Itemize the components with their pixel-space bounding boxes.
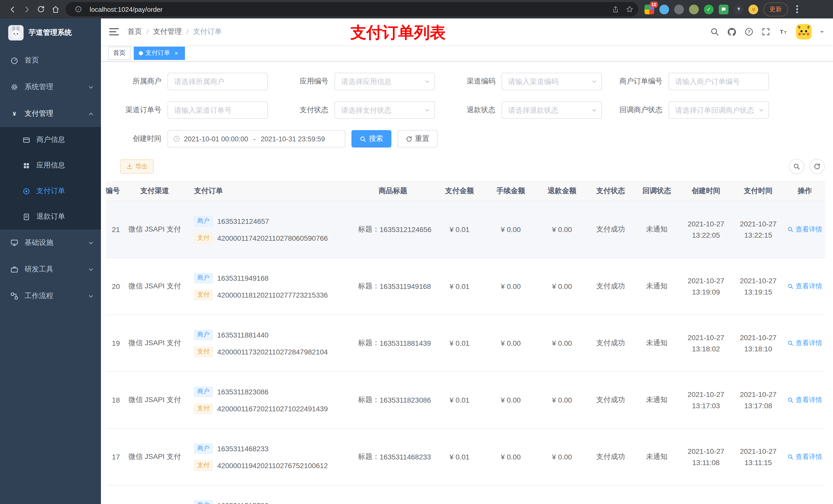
merchant-order-no-input[interactable] xyxy=(669,73,768,90)
app-no-select[interactable] xyxy=(335,73,434,90)
extension-icon-blue[interactable] xyxy=(659,4,669,14)
table-row[interactable]: 18 微信 JSAPI 支付 商户 1635311823086 支付 42000… xyxy=(106,372,825,429)
sidebar-item-app-info[interactable]: 应用信息 xyxy=(0,153,101,178)
pay-amount: ¥ 0.01 xyxy=(434,429,485,485)
browser-update-button[interactable]: 更新 xyxy=(763,2,788,16)
refund-amount: ¥ 0.00 xyxy=(537,201,588,258)
pay-order-table: 编号 支付渠道 支付订单 商品标题 支付金额 手续金额 退款金额 支付状态 回调… xyxy=(106,181,825,504)
toggle-search-button[interactable] xyxy=(789,159,804,174)
view-detail-link[interactable]: 查看详情 xyxy=(787,282,822,291)
table-row[interactable]: 19 微信 JSAPI 支付 商户 1635311881440 支付 42000… xyxy=(106,315,825,372)
sidebar-item-devtools[interactable]: 研发工具 xyxy=(0,256,101,283)
export-button[interactable]: 导出 xyxy=(120,159,154,174)
search-button[interactable]: 搜索 xyxy=(352,130,391,147)
notify-status-select[interactable] xyxy=(669,102,768,118)
yen-icon: ¥ xyxy=(10,110,19,118)
tab-home[interactable]: 首页 xyxy=(108,46,130,60)
extension-icon-chat[interactable] xyxy=(719,4,729,14)
pay-status: 支付成功 xyxy=(588,258,634,314)
breadcrumb-current: 支付订单 xyxy=(193,27,222,37)
pay-order-numbers: 商户 1635312124657 支付 42000011742021102780… xyxy=(188,201,352,258)
pay-tag: 支付 xyxy=(194,346,213,357)
table-row[interactable]: 21 微信 JSAPI 支付 商户 1635312124657 支付 42000… xyxy=(106,201,825,258)
notify-status-label: 回调商户状态 xyxy=(608,105,669,115)
page-content: 所属商户 应用编号 渠道编码 xyxy=(101,62,833,504)
view-detail-link[interactable]: 查看详情 xyxy=(787,395,822,405)
chevron-down-icon xyxy=(88,84,94,90)
app-logo-row[interactable]: 芋道管理系统 xyxy=(0,19,101,47)
extension-icon-olive[interactable] xyxy=(689,4,699,14)
breadcrumb-payment[interactable]: 支付管理 xyxy=(153,27,182,37)
bookmark-star-icon[interactable] xyxy=(623,3,636,16)
search-icon xyxy=(360,136,366,142)
pay-amount xyxy=(434,485,485,504)
sidebar-item-infra[interactable]: 基础设施 xyxy=(0,230,101,256)
back-icon[interactable] xyxy=(5,2,20,16)
sidebar-toggle-icon[interactable] xyxy=(109,28,119,35)
merchant-select[interactable] xyxy=(168,73,267,90)
notify-status: 未通知 xyxy=(634,201,680,258)
sidebar-item-refund-order[interactable]: 退款订单 xyxy=(0,204,101,230)
site-info-icon[interactable] xyxy=(72,3,85,16)
share-icon[interactable] xyxy=(609,3,622,16)
dashboard-icon xyxy=(10,56,19,65)
channel-order-no-input[interactable] xyxy=(168,102,267,118)
font-size-icon[interactable]: TT xyxy=(778,27,788,37)
sidebar-item-payment[interactable]: ¥ 支付管理 xyxy=(0,100,101,127)
fullscreen-icon[interactable] xyxy=(761,27,770,37)
view-detail-link[interactable]: 查看详情 xyxy=(787,339,822,348)
user-avatar[interactable] xyxy=(796,24,811,40)
refund-status-label: 退款状态 xyxy=(441,105,502,115)
sidebar-item-system[interactable]: 系统管理 xyxy=(0,74,101,100)
browser-menu-icon[interactable] xyxy=(796,5,798,13)
pay-status-select[interactable] xyxy=(335,102,434,118)
channel-code-input[interactable] xyxy=(502,73,601,90)
sidebar-item-pay-order[interactable]: 支付订单 xyxy=(0,178,101,204)
goods-title: 标题：1635311468233 xyxy=(352,429,434,485)
app-title: 芋道管理系统 xyxy=(29,28,72,38)
address-bar[interactable]: localhost:1024/pay/order xyxy=(66,2,638,16)
header-search-icon[interactable] xyxy=(710,27,719,37)
table-row[interactable]: 16 微信 JSAPI 支付 商户 1635311515786 支付 xyxy=(106,485,825,504)
breadcrumb-home[interactable]: 首页 xyxy=(127,27,142,37)
extension-icon-face[interactable] xyxy=(748,4,758,14)
reset-button[interactable]: 重置 xyxy=(398,130,437,147)
user-menu-caret-icon[interactable] xyxy=(819,29,825,34)
date-range-picker[interactable]: 2021-10-01 00:00:00 - 2021-10-31 23:59:5… xyxy=(168,130,345,147)
github-icon[interactable] xyxy=(727,27,737,37)
table-header: 编号 支付渠道 支付订单 商品标题 支付金额 手续金额 退款金额 支付状态 回调… xyxy=(106,181,825,201)
chevron-down-icon xyxy=(758,107,764,113)
extension-icon-check[interactable]: ✓ xyxy=(704,4,714,14)
view-detail-link[interactable]: 查看详情 xyxy=(787,452,822,461)
extension-icon-grid[interactable]: 10 xyxy=(644,4,654,14)
extension-badge: 10 xyxy=(650,1,658,8)
search-icon xyxy=(787,340,793,346)
reload-icon[interactable] xyxy=(34,2,48,16)
pay-order-no: 4200001194202110276752100612 xyxy=(217,461,328,470)
help-icon[interactable]: ? xyxy=(744,27,754,37)
sidebar-item-merchant-info[interactable]: 商户信息 xyxy=(0,127,101,153)
pay-time: 2021-10-2713:11:15 xyxy=(732,429,784,485)
sidebar-item-home[interactable]: 首页 xyxy=(0,47,101,74)
refund-status-select[interactable] xyxy=(502,102,601,118)
table-row[interactable]: 20 微信 JSAPI 支付 商户 1635311949168 支付 42000… xyxy=(106,258,825,315)
pay-status: 支付成功 xyxy=(588,201,634,258)
home-icon[interactable] xyxy=(48,2,63,16)
col-fee: 手续金额 xyxy=(485,181,537,201)
app-logo xyxy=(8,25,24,41)
create-time-label: 创建时间 xyxy=(107,134,168,143)
sidebar-item-workflow[interactable]: 工作流程 xyxy=(0,283,101,309)
close-icon[interactable]: × xyxy=(173,49,180,56)
forward-icon[interactable] xyxy=(20,2,34,16)
table-row[interactable]: 17 微信 JSAPI 支付 商户 1635311468233 支付 42000… xyxy=(106,429,825,485)
pay-tag: 支付 xyxy=(194,460,213,471)
extension-icon-gray[interactable] xyxy=(674,4,684,14)
svg-text:¥: ¥ xyxy=(13,111,16,117)
extension-icon-pin[interactable] xyxy=(734,4,743,14)
chevron-down-icon xyxy=(424,107,430,113)
refresh-table-button[interactable] xyxy=(809,159,825,174)
url-text[interactable]: localhost:1024/pay/order xyxy=(90,5,163,13)
tab-pay-order[interactable]: 支付订单 × xyxy=(134,46,185,60)
col-id: 编号 xyxy=(106,181,121,201)
view-detail-link[interactable]: 查看详情 xyxy=(787,225,822,234)
